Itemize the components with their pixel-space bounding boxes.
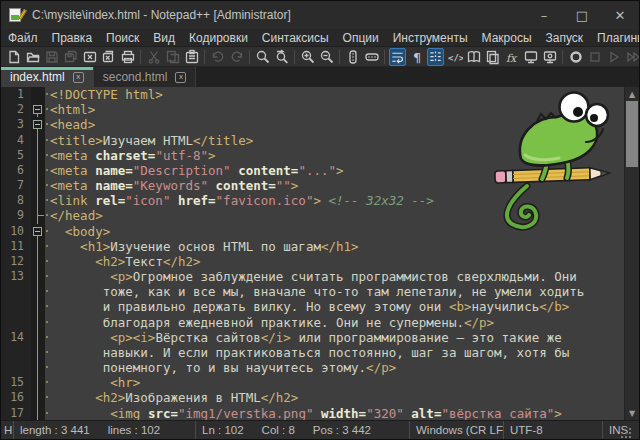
new-file-button[interactable] bbox=[5, 48, 22, 66]
sync-vertical-button[interactable] bbox=[344, 48, 361, 66]
folder-workspace-icon bbox=[523, 49, 539, 65]
indent-guide-icon bbox=[428, 49, 443, 65]
fold-margin bbox=[31, 239, 45, 254]
fold-margin bbox=[31, 193, 45, 208]
fold-collapse-box[interactable] bbox=[31, 224, 45, 239]
macro-record-button[interactable] bbox=[567, 48, 584, 66]
document-map-button[interactable] bbox=[465, 48, 482, 66]
code-text: навыки. И если практиковаться постоянно,… bbox=[50, 345, 624, 360]
tab-close-icon[interactable]: x bbox=[73, 72, 84, 83]
line-number bbox=[1, 345, 31, 360]
zoom-out-button[interactable] bbox=[318, 48, 335, 66]
menu-item-plugins[interactable]: Плагины bbox=[590, 29, 640, 46]
code-line: 13<p>Огромное заблуждение считать програ… bbox=[1, 269, 624, 284]
close-button[interactable]: ✕ bbox=[601, 1, 639, 29]
fold-collapse-box[interactable] bbox=[31, 117, 45, 132]
toolbar: ¶</>fx bbox=[1, 47, 639, 67]
line-number bbox=[1, 284, 31, 299]
minimize-button[interactable]: – bbox=[525, 1, 563, 29]
save-all-icon bbox=[63, 49, 79, 65]
fold-margin bbox=[31, 375, 45, 390]
code-text: <!DOCTYPE html> bbox=[50, 87, 624, 102]
toolbar-separator bbox=[204, 50, 205, 64]
menu-item-search[interactable]: Поиск bbox=[99, 29, 146, 46]
code-text: <head> bbox=[50, 117, 624, 132]
tab-close-icon[interactable]: x bbox=[175, 72, 186, 83]
resize-grip[interactable] bbox=[628, 428, 631, 438]
code-pane[interactable]: 1<!DOCTYPE html>2<html>3<head>4<title>Из… bbox=[1, 87, 624, 420]
menu-item-encoding[interactable]: Кодировки bbox=[182, 29, 255, 46]
line-number: 17 bbox=[1, 406, 31, 420]
fold-collapse-box[interactable] bbox=[31, 102, 45, 117]
change-history-marker bbox=[45, 269, 50, 284]
notepad-plus-plus-window: C:\mysite\index.html - Notepad++ [Admini… bbox=[0, 0, 640, 440]
status-bar: H length : 3 441lines : 102 Ln : 102Col … bbox=[1, 420, 639, 439]
status-doc-type: H bbox=[1, 421, 14, 439]
line-number: 15 bbox=[1, 375, 31, 390]
tab-second-html[interactable]: second.htmlx bbox=[94, 67, 197, 87]
change-history-marker bbox=[45, 375, 50, 390]
word-wrap-button[interactable] bbox=[389, 48, 406, 66]
menu-item-edit[interactable]: Правка bbox=[45, 29, 100, 46]
indent-guide-button[interactable] bbox=[427, 48, 444, 66]
scroll-up-icon[interactable]: ▲ bbox=[625, 87, 639, 101]
find-button[interactable] bbox=[254, 48, 271, 66]
find-icon bbox=[255, 49, 271, 65]
sync-horizontal-button[interactable] bbox=[363, 48, 380, 66]
replace-button[interactable] bbox=[273, 48, 290, 66]
toolbar-separator bbox=[249, 50, 250, 64]
line-number: 4 bbox=[1, 133, 31, 148]
line-number: 11 bbox=[1, 239, 31, 254]
fold-margin bbox=[31, 345, 45, 360]
status-eol: Windows (CR LF) bbox=[410, 421, 504, 439]
change-history-marker bbox=[45, 254, 50, 269]
code-text: понемногу, то и вы научитесь этому.</p> bbox=[50, 360, 624, 375]
file-browser-button[interactable] bbox=[541, 48, 558, 66]
code-text: <p>Огромное заблуждение считать программ… bbox=[50, 269, 624, 284]
change-history-marker bbox=[45, 148, 50, 163]
code-line: 12<h2>Текст</h2> bbox=[1, 254, 624, 269]
macro-run-multiple-button bbox=[624, 48, 640, 66]
document-list-icon bbox=[485, 49, 501, 65]
code-text: и правильно держать вилку. Но всему этом… bbox=[50, 299, 624, 314]
menu-item-language[interactable]: Синтаксисы bbox=[255, 29, 336, 46]
fold-margin bbox=[31, 148, 45, 163]
menu-item-settings[interactable]: Опции bbox=[336, 29, 386, 46]
editor-area[interactable]: 1<!DOCTYPE html>2<html>3<head>4<title>Из… bbox=[1, 87, 639, 420]
function-list-button[interactable]: fx bbox=[503, 48, 520, 66]
menu-item-view[interactable]: Вид bbox=[146, 29, 182, 46]
code-text: тоже, как и все мы, вначале что-то там л… bbox=[50, 284, 624, 299]
maximize-button[interactable]: □ bbox=[563, 1, 601, 29]
paste-button[interactable] bbox=[183, 48, 200, 66]
tab-index-html[interactable]: index.htmlx bbox=[1, 67, 94, 87]
code-line: 5<meta charset="utf-8"> bbox=[1, 148, 624, 163]
menu-item-file[interactable]: Файл bbox=[1, 29, 45, 46]
line-number: 12 bbox=[1, 254, 31, 269]
scrollbar-thumb[interactable] bbox=[626, 101, 638, 167]
folder-workspace-button[interactable] bbox=[522, 48, 539, 66]
menu-item-tools[interactable]: Инструменты bbox=[386, 29, 475, 46]
vertical-scrollbar[interactable]: ▲ ▼ bbox=[624, 87, 639, 420]
line-number: 1 bbox=[1, 87, 31, 102]
scroll-down-icon[interactable]: ▼ bbox=[625, 406, 639, 420]
print-button[interactable] bbox=[119, 48, 136, 66]
close-all-button[interactable] bbox=[100, 48, 117, 66]
user-language-button[interactable]: </> bbox=[446, 48, 463, 66]
document-list-button[interactable] bbox=[484, 48, 501, 66]
macro-stop-button bbox=[586, 48, 603, 66]
show-symbols-button[interactable]: ¶ bbox=[408, 48, 425, 66]
change-history-marker bbox=[45, 193, 50, 208]
close-button[interactable] bbox=[81, 48, 98, 66]
open-file-button[interactable] bbox=[24, 48, 41, 66]
fold-margin bbox=[31, 208, 45, 223]
status-length: length : 3 441lines : 102 bbox=[14, 421, 196, 439]
tab-label: index.html bbox=[10, 70, 65, 84]
code-text: <link rel="icon" href="favicon.ico"> <!-… bbox=[50, 193, 624, 208]
file-browser-icon bbox=[542, 49, 558, 65]
code-text: <meta name="Keywords" content=""> bbox=[50, 178, 624, 193]
menu-item-run[interactable]: Запуск bbox=[539, 29, 591, 46]
menu-item-macro[interactable]: Макросы bbox=[475, 29, 539, 46]
status-typing-mode: INS bbox=[603, 421, 639, 439]
zoom-in-button[interactable] bbox=[299, 48, 316, 66]
change-history-marker bbox=[45, 117, 50, 132]
